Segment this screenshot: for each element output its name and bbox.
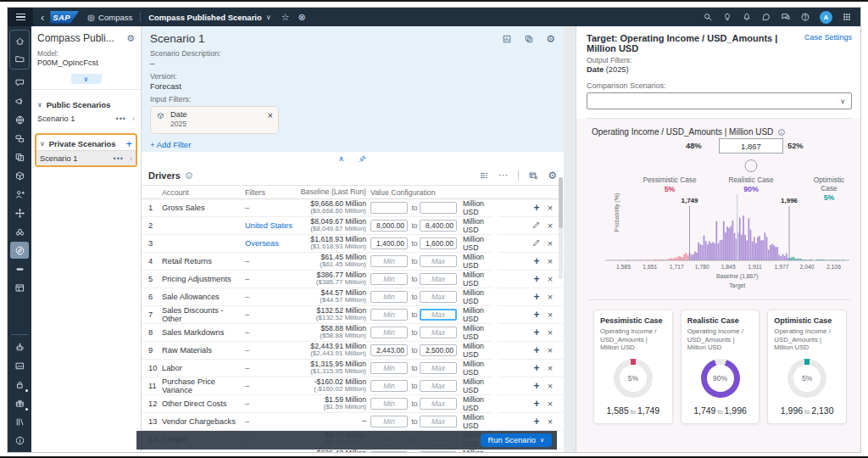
private-scenarios-header[interactable]: ∨ Private Scenarios +	[40, 137, 132, 150]
add-row-icon[interactable]: +	[530, 255, 543, 267]
gear-icon[interactable]: ⚙	[126, 33, 135, 44]
add-row-icon[interactable]: +	[530, 398, 543, 410]
max-input[interactable]	[420, 398, 457, 410]
app-finder-grid-icon[interactable]	[842, 12, 852, 22]
sidebar-item-lane[interactable]	[10, 260, 29, 277]
idea-icon[interactable]	[722, 12, 732, 22]
min-input[interactable]	[370, 220, 408, 232]
remove-row-icon[interactable]: ×	[543, 381, 557, 391]
sidebar-item-add-employee[interactable]	[10, 186, 29, 203]
add-row-icon[interactable]: +	[530, 273, 543, 285]
sidebar-item-move[interactable]	[10, 204, 29, 221]
add-row-icon[interactable]: +	[530, 362, 543, 374]
max-input[interactable]	[420, 327, 457, 338]
sidebar-item-info[interactable]	[10, 432, 29, 449]
sidebar-item-lock[interactable]	[10, 376, 29, 393]
sidebar-item-announcement[interactable]	[10, 92, 29, 109]
min-input[interactable]	[370, 451, 408, 452]
remove-row-icon[interactable]: ×	[543, 274, 557, 284]
max-input[interactable]	[420, 362, 457, 374]
min-input[interactable]	[370, 380, 408, 392]
edit-icon[interactable]	[530, 221, 543, 231]
min-input[interactable]	[370, 327, 408, 338]
sidebar-item-gallery[interactable]	[10, 357, 29, 374]
remove-row-icon[interactable]: ×	[543, 203, 557, 213]
min-input[interactable]	[370, 291, 408, 303]
min-input[interactable]	[370, 344, 408, 356]
max-input[interactable]	[420, 451, 457, 452]
add-row-icon[interactable]: +	[530, 202, 543, 214]
run-scenario-button[interactable]: Run Scenario∨	[481, 433, 552, 447]
add-scenario-button[interactable]: +	[125, 138, 132, 149]
remove-row-icon[interactable]: ×	[543, 416, 557, 427]
sidebar-item-windows[interactable]	[10, 130, 29, 147]
menu-icon[interactable]	[8, 8, 33, 26]
min-input[interactable]	[370, 255, 408, 267]
notifications-icon[interactable]	[742, 12, 752, 22]
sidebar-item-copy[interactable]	[10, 148, 29, 165]
collapse-header-button[interactable]: ∨	[71, 74, 102, 84]
session-icon[interactable]	[761, 12, 771, 22]
public-scenarios-header[interactable]: ∨ Public Scenarios	[37, 98, 135, 111]
gear-icon[interactable]: ⚙	[546, 33, 555, 45]
sidebar-item-home[interactable]	[10, 32, 29, 49]
remove-row-icon[interactable]: ×	[543, 399, 557, 409]
help-icon[interactable]	[800, 12, 810, 22]
max-input[interactable]	[420, 255, 457, 267]
add-row-icon[interactable]: +	[530, 309, 543, 321]
slider-handle[interactable]	[745, 159, 758, 172]
target-value-input[interactable]: 1,867	[719, 138, 783, 154]
gear-icon[interactable]: ⚙	[548, 170, 557, 182]
app-title[interactable]: Compass Published Scenario	[148, 13, 262, 22]
remove-filter-icon[interactable]: ×	[268, 110, 273, 130]
chevron-down-icon[interactable]: ∨	[266, 14, 271, 21]
chat-icon[interactable]	[781, 12, 791, 22]
remove-row-icon[interactable]: ×	[543, 238, 557, 249]
export-chart-icon[interactable]	[502, 34, 512, 44]
list-item[interactable]: Scenario 1 ••• ›	[36, 150, 136, 165]
close-circle-icon[interactable]: ⊗	[298, 12, 306, 23]
max-input[interactable]	[420, 344, 457, 356]
sidebar-item-folder[interactable]	[10, 50, 29, 67]
sidebar-item-compass[interactable]	[10, 242, 29, 259]
remove-row-icon[interactable]: ×	[543, 345, 557, 355]
filter-chip-date[interactable]: Date 2025 ×	[150, 106, 279, 134]
sidebar-item-bot[interactable]	[10, 338, 29, 355]
pin-icon[interactable]	[358, 154, 367, 164]
sidebar-item-explore[interactable]	[10, 223, 29, 240]
add-row-icon[interactable]: +	[530, 327, 543, 338]
min-input[interactable]	[370, 273, 408, 285]
remove-row-icon[interactable]: ×	[543, 363, 557, 373]
add-row-icon[interactable]: +	[530, 291, 543, 303]
max-input[interactable]	[420, 380, 457, 392]
copy-icon[interactable]	[524, 34, 534, 44]
avatar[interactable]: A	[820, 11, 832, 24]
add-row-icon[interactable]: +	[530, 451, 543, 452]
min-input[interactable]	[370, 398, 408, 410]
min-input[interactable]	[370, 362, 408, 374]
sidebar-item-gift[interactable]	[10, 394, 29, 411]
remove-row-icon[interactable]: ×	[543, 292, 557, 302]
chevron-right-icon[interactable]: ›	[130, 154, 132, 163]
sidebar-item-spreadsheet[interactable]	[10, 279, 29, 296]
min-input[interactable]	[370, 309, 408, 321]
add-row-icon[interactable]: +	[530, 344, 543, 356]
scrollbar[interactable]	[559, 177, 563, 279]
case-settings-link[interactable]: Case Settings	[804, 33, 852, 42]
sidebar-item-product[interactable]	[10, 167, 29, 184]
max-input[interactable]	[420, 291, 457, 303]
add-row-icon[interactable]: +	[530, 416, 543, 427]
overflow-icon[interactable]: •••	[116, 114, 126, 123]
add-filter-button[interactable]: + Add Filter	[150, 140, 191, 149]
chevron-down-icon[interactable]: ∨	[37, 101, 42, 109]
add-row-icon[interactable]: +	[530, 380, 543, 392]
sidebar-item-library[interactable]	[10, 413, 29, 430]
chevron-down-icon[interactable]: ∨	[40, 140, 45, 148]
remove-row-icon[interactable]: ×	[543, 221, 557, 231]
edit-icon[interactable]	[530, 238, 543, 249]
info-icon[interactable]	[185, 171, 193, 180]
sort-list-icon[interactable]	[479, 170, 489, 181]
overflow-icon[interactable]: ⋯	[498, 170, 509, 181]
table-settings-icon[interactable]	[528, 170, 538, 181]
max-input[interactable]	[420, 202, 457, 214]
